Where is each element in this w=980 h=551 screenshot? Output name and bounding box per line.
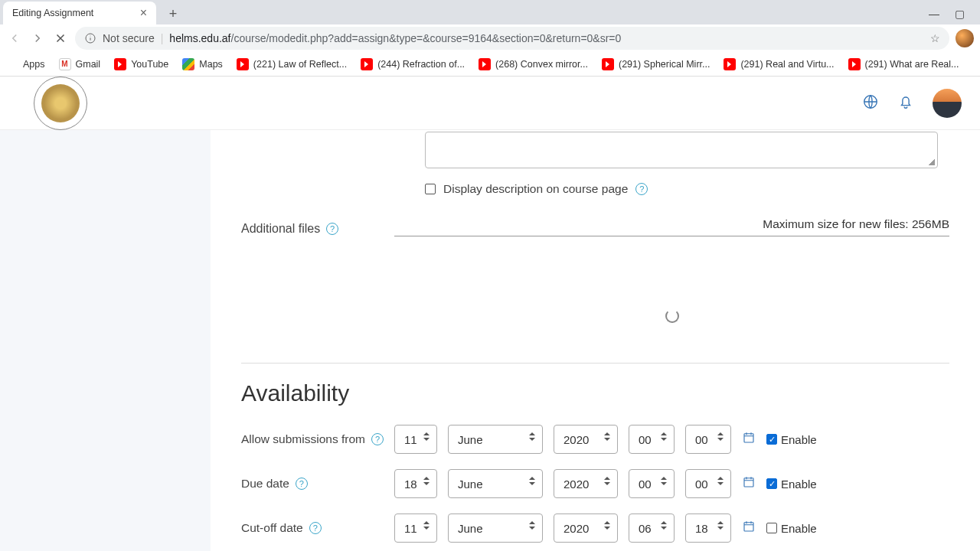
availability-heading[interactable]: Availability (241, 380, 949, 406)
help-icon[interactable]: ? (296, 478, 308, 490)
yt-icon (479, 58, 491, 70)
bookmark-item[interactable]: (268) Convex mirror... (479, 58, 588, 70)
display-description-checkbox[interactable] (425, 184, 436, 194)
gmail-icon: M (59, 58, 71, 70)
enable-checkbox[interactable] (766, 523, 777, 533)
bookmark-item[interactable]: (221) Law of Reflect... (237, 58, 347, 70)
browser-tab[interactable]: Editing Assignment × (3, 2, 156, 24)
help-icon[interactable]: ? (326, 223, 338, 235)
close-icon[interactable]: × (140, 6, 147, 20)
hour-select[interactable]: 06 (629, 514, 675, 543)
svg-rect-3 (744, 478, 753, 487)
month-select[interactable]: June (448, 514, 543, 543)
bookmark-item[interactable]: YouTube (114, 58, 168, 70)
help-icon[interactable]: ? (371, 433, 384, 445)
yt-icon (237, 58, 249, 70)
hour-select[interactable]: 00 (629, 425, 675, 454)
display-description-label: Display description on course page (443, 182, 628, 196)
notifications-icon[interactable] (897, 93, 914, 113)
day-select[interactable]: 18 (394, 469, 437, 498)
site-header (0, 77, 980, 130)
enable-checkbox[interactable]: ✓ (766, 434, 777, 445)
address-bar: Not secure | helms.edu.af/course/modedit… (0, 24, 980, 52)
bookmark-item[interactable]: MGmail (59, 58, 101, 70)
date-row: Allow submissions from?11June20200000✓En… (241, 425, 949, 454)
description-editor[interactable] (425, 132, 938, 168)
additional-files-label: Additional files (241, 222, 320, 236)
yt-icon (724, 58, 736, 70)
max-filesize-text: Maximum size for new files: 256MB (394, 217, 949, 236)
bookmark-item[interactable]: (291) What are Real... (848, 58, 959, 70)
svg-rect-2 (744, 434, 753, 442)
minute-select[interactable]: 00 (685, 469, 731, 498)
help-icon[interactable]: ? (309, 522, 322, 534)
bookmark-item[interactable]: (291) Real and Virtu... (724, 58, 834, 70)
url-input[interactable]: Not secure | helms.edu.af/course/modedit… (75, 27, 949, 50)
enable-checkbox[interactable]: ✓ (766, 478, 777, 489)
browser-chrome: Editing Assignment × + — ▢ Not secure | … (0, 0, 980, 77)
hour-select[interactable]: 00 (629, 469, 675, 498)
profile-avatar-small[interactable] (956, 29, 974, 47)
yt-icon (114, 58, 126, 70)
loading-spinner-icon (665, 309, 679, 323)
calendar-icon[interactable] (742, 520, 756, 536)
user-avatar[interactable] (933, 89, 962, 118)
tab-title: Editing Assignment (12, 8, 93, 18)
svg-rect-4 (744, 523, 753, 531)
year-select[interactable]: 2020 (554, 469, 618, 498)
info-icon (84, 32, 96, 44)
stop-button[interactable] (52, 30, 69, 47)
year-select[interactable]: 2020 (554, 514, 618, 543)
form-container: Display description on course page ? Add… (211, 130, 980, 551)
language-icon[interactable] (862, 93, 879, 113)
help-icon[interactable]: ? (635, 183, 648, 195)
minute-select[interactable]: 18 (685, 514, 731, 543)
yt-icon (602, 58, 614, 70)
date-row: Cut-off date?11June20200618Enable (241, 514, 949, 543)
maps-icon (182, 58, 194, 70)
month-select[interactable]: June (448, 469, 543, 498)
date-row: Due date?18June20200000✓Enable (241, 469, 949, 498)
bookmarks-bar: AppsMGmailYouTubeMaps(221) Law of Reflec… (0, 52, 980, 77)
site-logo[interactable] (34, 77, 87, 130)
back-button[interactable] (6, 30, 23, 47)
minimize-icon[interactable]: — (929, 8, 939, 20)
bookmark-star-icon[interactable]: ☆ (930, 32, 940, 44)
minute-select[interactable]: 00 (685, 425, 731, 454)
yt-icon (361, 58, 373, 70)
yt-icon (848, 58, 861, 70)
page-viewport: Display description on course page ? Add… (0, 130, 980, 551)
day-select[interactable]: 11 (394, 514, 437, 543)
bookmark-item[interactable]: (291) Spherical Mirr... (602, 58, 710, 70)
bookmark-item[interactable]: (244) Refraction of... (361, 58, 465, 70)
security-status: Not secure (103, 32, 155, 44)
bookmark-item[interactable]: Maps (182, 58, 223, 70)
calendar-icon[interactable] (742, 475, 756, 492)
tab-bar: Editing Assignment × + — ▢ (0, 0, 980, 24)
day-select[interactable]: 11 (394, 425, 437, 454)
year-select[interactable]: 2020 (554, 425, 618, 454)
apps-icon (6, 58, 18, 70)
calendar-icon[interactable] (742, 431, 756, 448)
new-tab-button[interactable]: + (162, 3, 184, 24)
maximize-icon[interactable]: ▢ (955, 8, 965, 20)
forward-button[interactable] (29, 30, 46, 47)
bookmark-item[interactable]: Apps (6, 58, 45, 70)
month-select[interactable]: June (448, 425, 543, 454)
